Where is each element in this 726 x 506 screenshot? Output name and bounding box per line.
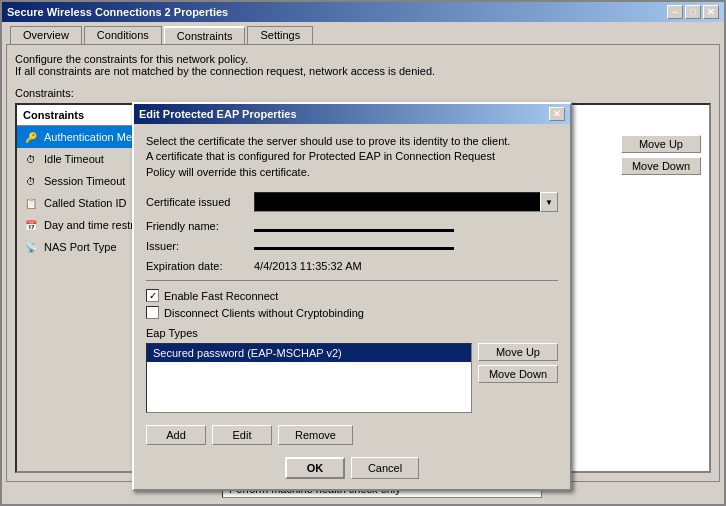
expiration-label: Expiration date: (146, 260, 246, 272)
eap-list-container: Secured password (EAP-MSCHAP v2) (146, 343, 472, 419)
main-window: Secure Wireless Connections 2 Properties… (0, 0, 726, 506)
modal-title-bar: Edit Protected EAP Properties ✕ (134, 104, 570, 124)
sidebar-label-nas: NAS Port Type (44, 241, 117, 253)
modal-title: Edit Protected EAP Properties (139, 108, 297, 120)
issuer-row: Issuer: (146, 240, 558, 252)
tab-conditions[interactable]: Conditions (84, 26, 162, 44)
friendly-name-value (254, 229, 454, 232)
eap-action-buttons: Add Edit Remove (146, 425, 558, 445)
disconnect-clients-row: Disconnect Clients without Cryptobinding (146, 306, 558, 319)
issuer-value (254, 247, 454, 250)
move-up-button[interactable]: Move Up (621, 135, 701, 153)
eap-list-item[interactable]: Secured password (EAP-MSCHAP v2) (147, 344, 471, 362)
edit-button[interactable]: Edit (212, 425, 272, 445)
desc-line2: If all constraints are not matched by th… (15, 65, 711, 77)
sidebar-label-called: Called Station ID (44, 197, 127, 209)
constraints-label: Constraints: (15, 87, 711, 99)
modal-content: Select the certificate the server should… (134, 124, 570, 489)
idle-icon: ⏱ (23, 151, 39, 167)
expiration-row: Expiration date: 4/4/2013 11:35:32 AM (146, 260, 558, 272)
eap-move-down-button[interactable]: Move Down (478, 365, 558, 383)
called-icon: 📋 (23, 195, 39, 211)
add-button[interactable]: Add (146, 425, 206, 445)
eap-move-up-button[interactable]: Move Up (478, 343, 558, 361)
eap-move-buttons: Move Up Move Down (478, 343, 558, 419)
tab-settings[interactable]: Settings (247, 26, 313, 44)
right-action-buttons: Move Up Move Down (621, 135, 701, 175)
fast-reconnect-label: Enable Fast Reconnect (164, 290, 278, 302)
tab-overview[interactable]: Overview (10, 26, 82, 44)
tabs-container: Overview Conditions Constraints Settings (2, 22, 724, 44)
window-title: Secure Wireless Connections 2 Properties (7, 6, 228, 18)
cert-issued-label: Certificate issued (146, 196, 246, 208)
issuer-label: Issuer: (146, 240, 246, 252)
fast-reconnect-checkbox[interactable]: ✓ (146, 289, 159, 302)
sidebar-label-auth: Authentication Me... (44, 131, 141, 143)
friendly-name-row: Friendly name: (146, 220, 558, 232)
fast-reconnect-row: ✓ Enable Fast Reconnect (146, 289, 558, 302)
session-icon: ⏱ (23, 173, 39, 189)
modal-bottom-buttons: OK Cancel (146, 453, 558, 479)
tab-constraints[interactable]: Constraints (164, 26, 246, 44)
minimize-button[interactable]: − (667, 5, 683, 19)
desc-line1: Configure the constraints for this netwo… (15, 53, 711, 65)
description-text: Configure the constraints for this netwo… (15, 53, 711, 77)
remove-button[interactable]: Remove (278, 425, 353, 445)
modal-close-button[interactable]: ✕ (549, 107, 565, 121)
maximize-button[interactable]: □ (685, 5, 701, 19)
daytime-icon: 📅 (23, 217, 39, 233)
cancel-button[interactable]: Cancel (351, 457, 419, 479)
move-down-button[interactable]: Move Down (621, 157, 701, 175)
title-bar: Secure Wireless Connections 2 Properties… (2, 2, 724, 22)
sidebar-label-session: Session Timeout (44, 175, 125, 187)
friendly-name-label: Friendly name: (146, 220, 246, 232)
cert-issued-row: Certificate issued ▼ (146, 192, 558, 212)
eap-types-label: Eap Types (146, 327, 558, 339)
modal-info-text: Select the certificate the server should… (146, 134, 558, 180)
cert-dropdown-arrow[interactable]: ▼ (540, 192, 558, 212)
nas-icon: 📡 (23, 239, 39, 255)
close-button[interactable]: ✕ (703, 5, 719, 19)
title-bar-buttons: − □ ✕ (667, 5, 719, 19)
eap-area: Secured password (EAP-MSCHAP v2) Move Up… (146, 343, 558, 419)
separator (146, 280, 558, 281)
expiration-value: 4/4/2013 11:35:32 AM (254, 260, 362, 272)
cert-dropdown[interactable] (254, 192, 541, 212)
disconnect-clients-label: Disconnect Clients without Cryptobinding (164, 307, 364, 319)
sidebar-label-idle: Idle Timeout (44, 153, 104, 165)
modal-dialog: Edit Protected EAP Properties ✕ Select t… (132, 102, 572, 491)
disconnect-clients-checkbox[interactable] (146, 306, 159, 319)
eap-list[interactable]: Secured password (EAP-MSCHAP v2) (146, 343, 472, 413)
auth-icon: 🔑 (23, 129, 39, 145)
ok-button[interactable]: OK (285, 457, 345, 479)
